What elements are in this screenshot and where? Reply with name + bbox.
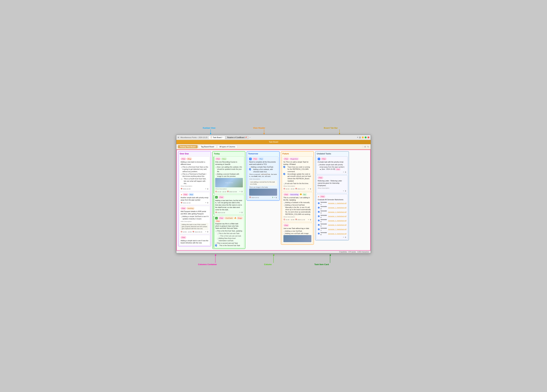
semester-link[interactable]: Semester_1_Marksheet.pdf: [328, 202, 346, 204]
task-text: Another simple task with priority emoji …: [181, 196, 209, 201]
checkbox-checked[interactable]: [318, 228, 320, 230]
semester-link[interactable]: Semester_6_Marksheet.pdf: [328, 224, 346, 226]
tag-feat[interactable]: #feat: [189, 193, 194, 196]
delete-btn[interactable]: 🗑: [345, 190, 346, 192]
hide-description-btn[interactable]: Hide Description: [181, 220, 209, 222]
checkbox-checked[interactable]: [318, 215, 320, 217]
tag-test[interactable]: #Test: [283, 224, 289, 227]
show-description-btn[interactable]: Show Description: [283, 185, 311, 187]
delete-btn[interactable]: 🗑: [207, 188, 209, 190]
edit-btn[interactable]: ✏: [205, 188, 206, 190]
edit-btn[interactable]: ✏: [274, 196, 275, 199]
delete-btn[interactable]: 🗑: [241, 191, 243, 193]
delete-btn[interactable]: 🗑: [345, 236, 346, 238]
show-description-btn[interactable]: Show Description: [215, 188, 243, 190]
delete-btn[interactable]: 🗑: [275, 196, 277, 199]
tag-bugs[interactable]: #bugs: [237, 217, 243, 219]
tag-feat[interactable]: #feat: [258, 158, 264, 160]
maximize-btn[interactable]: [365, 136, 367, 138]
tag-bugsolver[interactable]: #bug/solver: [289, 158, 299, 160]
checkbox-checked[interactable]: [215, 245, 217, 246]
show-description-btn[interactable]: Show Description: [318, 187, 346, 189]
task-card: ✓ #Test A simple task with the priority …: [316, 156, 348, 174]
checkbox-checked[interactable]: [283, 173, 285, 175]
edit-btn[interactable]: ✏: [343, 171, 344, 173]
column-today-header: Today: [213, 152, 245, 156]
checkbox-checked[interactable]: [249, 168, 251, 170]
checkbox-checked[interactable]: [318, 224, 320, 226]
settings-icon[interactable]: ⚙: [364, 146, 366, 148]
semester-link[interactable]: Semester_7_Marksheet.pdf: [328, 228, 346, 230]
subtask-item-checked: This is the Second Sub Task: [215, 244, 243, 247]
task-actions: ✏ 🗑: [343, 236, 346, 238]
tag-test[interactable]: #Test: [283, 158, 289, 160]
edit-btn[interactable]: ✏: [308, 188, 309, 190]
show-description-btn[interactable]: Show Description: [283, 216, 311, 218]
edit-btn[interactable]: ✏: [308, 219, 309, 221]
semester-link[interactable]: Semester_3_Marksheet.pdf: [328, 211, 346, 213]
checkbox-checked[interactable]: [318, 207, 320, 208]
sidebar-toggle[interactable]: ⊞: [178, 136, 179, 139]
checkbox-checked[interactable]: [318, 211, 320, 213]
semester-link[interactable]: Semester_2_Marksheet.pdf: [328, 206, 346, 209]
image-preview: image preview: [215, 178, 243, 187]
close-btn[interactable]: [368, 136, 369, 138]
semester-link[interactable]: Semester_5_Marksheet.pdf: [328, 219, 346, 222]
edit-btn[interactable]: ✏: [239, 191, 241, 193]
tab-close-btn[interactable]: ✕: [222, 136, 223, 138]
tag-test[interactable]: #Test: [181, 236, 186, 239]
show-description-btn[interactable]: Show Description: [181, 185, 209, 187]
tag-secondtag[interactable]: #secondTag: [289, 193, 299, 196]
delete-btn[interactable]: 🗑: [345, 171, 346, 173]
tag-bug[interactable]: #Bug: [187, 158, 192, 160]
minimize-btn[interactable]: [362, 136, 364, 138]
edit-btn[interactable]: ✏: [343, 190, 344, 192]
task-card: #Test Adding a simple task to see if now…: [179, 235, 210, 246]
edit-btn[interactable]: ✏: [205, 202, 206, 204]
tab-add-btn[interactable]: +: [249, 136, 251, 138]
dropdown-btn[interactable]: ▾: [357, 136, 358, 138]
task-footer: 📅 2024-10-30 ✏ 🗑: [215, 211, 243, 214]
delete-btn[interactable]: 🗑: [207, 202, 209, 204]
tab-task-board[interactable]: 📋 Task Board ✕: [209, 136, 225, 139]
checkbox-checked[interactable]: [318, 233, 320, 234]
tag-test[interactable]: #Test: [321, 158, 327, 160]
tag-test[interactable]: #Test: [183, 193, 188, 196]
tag-test[interactable]: #Test: [181, 207, 186, 210]
delete-btn[interactable]: 🗑: [241, 211, 243, 214]
column-undated: Undated Tasks ✓ #Test A simple task with…: [315, 151, 349, 240]
task-date: ⏰ 18:59 - 19:59 📅 2024-09-26: [181, 231, 202, 233]
semester-link[interactable]: Semester_4_Marksheet.pdf: [328, 215, 346, 217]
board-tab-all-types[interactable]: All types of Columns: [217, 145, 237, 148]
tag-new[interactable]: #New: [221, 158, 227, 160]
edit-btn[interactable]: ✏: [239, 211, 241, 214]
delete-btn[interactable]: 🗑: [207, 231, 209, 233]
delete-btn[interactable]: 🗑: [310, 188, 311, 190]
upload-icon[interactable]: ⬆: [272, 196, 273, 199]
tag-test[interactable]: #Test: [219, 217, 224, 219]
tag-test[interactable]: #Test: [215, 158, 221, 160]
view-toggle-btn[interactable]: ⊟: [359, 136, 361, 139]
hide-description-btn[interactable]: Hide Description: [249, 178, 277, 180]
tag-test[interactable]: #Test: [320, 195, 325, 198]
tag-test[interactable]: #Test: [318, 176, 323, 179]
checkbox-checked[interactable]: [318, 202, 320, 204]
refresh-icon[interactable]: ↻: [367, 146, 369, 148]
checkbox-checked[interactable]: [283, 166, 285, 168]
edit-btn[interactable]: ✏: [205, 231, 206, 233]
board-tab-tag-based[interactable]: Tag Based Board: [199, 145, 216, 148]
semester-link[interactable]: Semester_8_Marksheet.pdf: [328, 233, 346, 235]
delete-btn[interactable]: 🗑: [310, 219, 311, 221]
tag-fun[interactable]: /fun: [302, 193, 307, 196]
tab-readme[interactable]: Readme of CardBoard 📌: [226, 136, 248, 139]
checkbox-checked[interactable]: [318, 220, 320, 221]
tag-subtaskbug[interactable]: #SubTaskII: [225, 217, 234, 219]
semester-item: Semester 3: Semester_3_Marksheet.pdf: [318, 210, 346, 214]
board-tab-testing[interactable]: Testing This Board: [178, 145, 198, 148]
tag-test[interactable]: #Test: [219, 196, 224, 199]
tag-working[interactable]: #working: [187, 207, 194, 210]
tag-test[interactable]: #Test: [283, 193, 289, 196]
tag-test[interactable]: #Test: [253, 158, 258, 160]
tag-test[interactable]: #Test: [181, 158, 186, 160]
edit-btn[interactable]: ✏: [343, 236, 344, 238]
